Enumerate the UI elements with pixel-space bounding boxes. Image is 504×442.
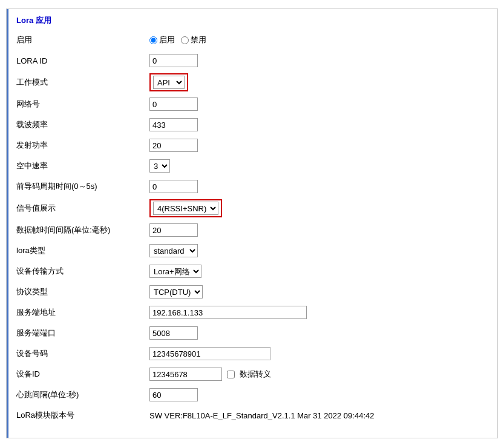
radio-enable-item[interactable]: 启用 [149,35,175,45]
select-lora-type[interactable]: standard extended [149,244,198,257]
row-server-addr: 服务端地址 [16,305,488,320]
signal-display-highlight: 0(无) 1(RSSI) 2(SNR) 3(RSSI+SNR) 4(RSSI+S… [149,199,222,217]
row-lora-type: lora类型 standard extended [16,243,488,259]
label-tx-power: 发射功率 [16,140,149,151]
row-protocol-type: 协议类型 TCP(DTU) UDP HTTP [16,284,488,300]
label-device-sn: 设备号码 [16,348,149,359]
value-device-transport: Lora+网络 仅Lora 仅网络 [149,265,201,278]
value-server-port [149,326,198,340]
row-device-transport: 设备传输方式 Lora+网络 仅Lora 仅网络 [16,263,488,279]
row-carrier-freq: 载波频率 [16,117,488,133]
radio-disable-label: 禁用 [191,35,206,45]
row-heartbeat: 心跳间隔(单位:秒) [16,387,488,403]
row-network-no: 网络号 [16,96,488,112]
value-air-rate: 1 2 3 4 5 6 [149,159,170,173]
row-device-sn: 设备号码 [16,346,488,361]
row-data-interval: 数据帧时间间隔(单位:毫秒) [16,222,488,238]
value-data-interval [149,223,198,237]
label-protocol-type: 协议类型 [16,286,149,297]
row-tx-power: 发射功率 [16,137,488,153]
row-device-id: 设备ID 数据转义 [16,366,488,382]
row-signal-display: 信号值展示 0(无) 1(RSSI) 2(SNR) 3(RSSI+SNR) 4(… [16,199,488,217]
value-network-no [149,97,198,111]
value-server-addr [149,306,307,319]
radio-enable[interactable] [149,36,157,44]
input-heartbeat[interactable] [149,388,198,401]
label-network-no: 网络号 [16,99,149,110]
value-lora-version: SW VER:F8L10A-E_LF_Standard_V2.1.1 Mar 3… [149,411,374,420]
label-server-addr: 服务端地址 [16,307,149,318]
label-lora-id: LORA ID [16,56,149,65]
row-enable: 启用 启用 禁用 [16,32,488,48]
label-enable: 启用 [16,35,149,45]
label-signal-display: 信号值展示 [16,203,149,214]
input-server-port[interactable] [149,326,198,340]
value-device-sn [149,347,270,360]
value-preamble [149,180,198,193]
value-lora-id [149,54,198,67]
lora-version-text: SW VER:F8L10A-E_LF_Standard_V2.1.1 Mar 3… [149,411,374,420]
label-lora-version: LoRa模块版本号 [16,410,149,421]
label-lora-type: lora类型 [16,245,149,256]
label-server-port: 服务端端口 [16,328,149,338]
radio-enable-label: 启用 [159,35,175,45]
page-container: Lora 应用 启用 启用 禁用 LORA ID [0,0,504,442]
select-device-transport[interactable]: Lora+网络 仅Lora 仅网络 [149,265,201,278]
section-title: Lora 应用 [16,15,488,26]
label-device-id: 设备ID [16,369,149,380]
select-work-mode[interactable]: API 透传 [153,76,185,89]
radio-disable[interactable] [181,36,189,44]
value-signal-display: 0(无) 1(RSSI) 2(SNR) 3(RSSI+SNR) 4(RSSI+S… [149,199,222,217]
input-lora-id[interactable] [149,54,198,67]
value-lora-type: standard extended [149,244,198,257]
checkbox-data-transfer[interactable] [227,371,235,378]
input-device-sn[interactable] [149,347,270,360]
input-tx-power[interactable] [149,139,198,152]
select-protocol-type[interactable]: TCP(DTU) UDP HTTP [149,285,203,299]
label-carrier-freq: 载波频率 [16,119,149,130]
row-server-port: 服务端端口 [16,325,488,341]
input-network-no[interactable] [149,97,198,111]
left-bar [7,9,8,438]
label-heartbeat: 心跳间隔(单位:秒) [16,389,149,400]
row-lora-version: LoRa模块版本号 SW VER:F8L10A-E_LF_Standard_V2… [16,407,488,423]
row-air-rate: 空中速率 1 2 3 4 5 6 [16,158,488,174]
label-preamble: 前导码周期时间(0～5s) [16,181,149,192]
value-heartbeat [149,388,198,401]
row-preamble: 前导码周期时间(0～5s) [16,179,488,194]
input-device-id[interactable] [149,368,222,381]
work-mode-highlight: API 透传 [149,73,188,91]
row-lora-id: LORA ID [16,53,488,68]
label-device-transport: 设备传输方式 [16,266,149,277]
input-preamble[interactable] [149,180,198,193]
label-work-mode: 工作模式 [16,77,149,88]
value-carrier-freq [149,118,198,131]
row-work-mode: 工作模式 API 透传 [16,73,488,91]
value-device-id: 数据转义 [149,368,271,381]
value-tx-power [149,139,198,152]
lora-section: Lora 应用 启用 启用 禁用 LORA ID [6,8,498,438]
enable-radio-group: 启用 禁用 [149,35,206,45]
input-server-addr[interactable] [149,306,307,319]
value-work-mode: API 透传 [149,73,188,91]
label-data-interval: 数据帧时间间隔(单位:毫秒) [16,225,149,236]
label-data-transfer: 数据转义 [240,369,271,380]
label-air-rate: 空中速率 [16,160,149,171]
radio-disable-item[interactable]: 禁用 [181,35,206,45]
input-carrier-freq[interactable] [149,118,198,131]
value-protocol-type: TCP(DTU) UDP HTTP [149,285,203,299]
select-air-rate[interactable]: 1 2 3 4 5 6 [149,159,170,173]
select-signal-display[interactable]: 0(无) 1(RSSI) 2(SNR) 3(RSSI+SNR) 4(RSSI+S… [153,202,218,215]
input-data-interval[interactable] [149,223,198,237]
